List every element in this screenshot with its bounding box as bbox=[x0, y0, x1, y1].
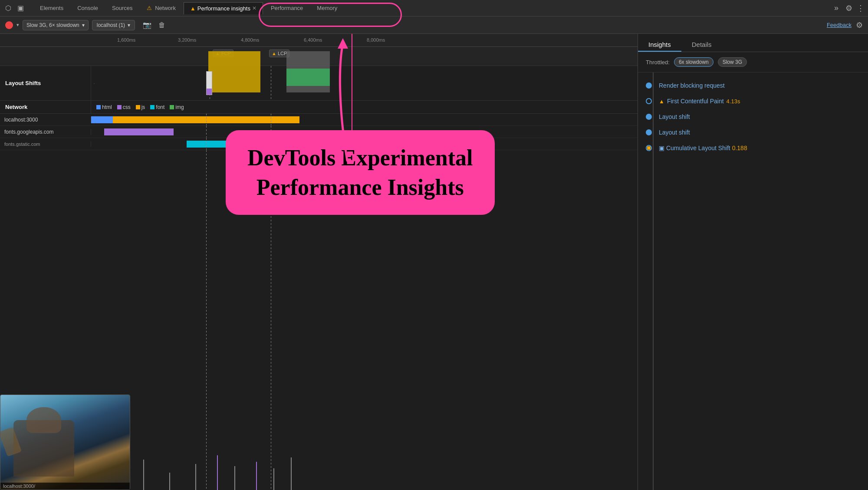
vbar-4 bbox=[217, 455, 218, 490]
tab-details[interactable]: Details bbox=[681, 37, 722, 52]
ls-dashed-vline2 bbox=[271, 66, 271, 100]
tab-sources[interactable]: Sources bbox=[106, 2, 139, 14]
screenshot-image bbox=[0, 395, 130, 490]
throttle-value: Slow 3G, 6× slowdown bbox=[26, 22, 79, 28]
network-legend: html css js font img bbox=[91, 101, 184, 113]
net-content-0 bbox=[91, 114, 638, 125]
vbar-6 bbox=[256, 462, 257, 490]
insight-dot-1 bbox=[646, 98, 652, 104]
tab-memory[interactable]: Memory bbox=[311, 2, 343, 14]
right-panel: Insights Details Throttled: 6x slowdown … bbox=[638, 34, 868, 490]
insight-layout-shift-1: Layout shift bbox=[638, 109, 868, 125]
font-color-dot bbox=[150, 105, 155, 109]
insight-link-render-blocking[interactable]: Render blocking request bbox=[659, 82, 725, 89]
vbar-2 bbox=[169, 473, 170, 490]
ruler-marks: 1,600ms 3,200ms 4,800ms 6,400ms 8,000ms bbox=[91, 34, 638, 46]
network-row-0: localhost:3000 bbox=[0, 114, 638, 126]
net-content-2 bbox=[91, 138, 638, 150]
net-dashed-0a bbox=[206, 114, 207, 125]
toolbar-action-icons: 📷 🗑 bbox=[141, 20, 167, 30]
more-tabs-button[interactable]: » bbox=[832, 3, 841, 13]
tab-insights[interactable]: Insights bbox=[638, 37, 681, 52]
url-dropdown-arrow: ▾ bbox=[128, 22, 130, 28]
insight-link-fcp[interactable]: First Contentful Paint bbox=[667, 98, 724, 105]
layout-shifts-label: Layout Shifts bbox=[0, 66, 91, 100]
fcp-warning: ▲ bbox=[659, 98, 664, 105]
insight-link-cls[interactable]: ▣ Cumulative Layout Shift 0.188 bbox=[659, 145, 747, 151]
tab-performance[interactable]: Performance bbox=[265, 2, 309, 14]
device-icon[interactable]: ▣ bbox=[16, 3, 25, 13]
net-dashed-2b bbox=[271, 138, 271, 150]
green-bar bbox=[286, 69, 330, 86]
throttle-badge-slowdown[interactable]: 6x slowdown bbox=[674, 57, 713, 67]
js-color-dot bbox=[136, 105, 140, 109]
main-area: 1,600ms 3,200ms 4,800ms 6,400ms 8,000ms … bbox=[0, 34, 868, 490]
delete-icon[interactable]: 🗑 bbox=[157, 20, 167, 30]
throttle-info-row: Throttled: 6x slowdown Slow 3G bbox=[638, 52, 868, 72]
img-color-dot bbox=[170, 105, 174, 109]
screenshot-url: localhost:3000/ bbox=[0, 483, 130, 490]
url-select[interactable]: localhost (1) ▾ bbox=[92, 20, 135, 30]
network-header-row: Network html css js font bbox=[0, 101, 638, 114]
insight-layout-shift-2: Layout shift bbox=[638, 125, 868, 140]
html-color-dot bbox=[96, 105, 101, 109]
net-content-1 bbox=[91, 126, 638, 138]
record-dropdown[interactable]: ▾ bbox=[16, 22, 19, 28]
throttle-dropdown-arrow: ▾ bbox=[82, 22, 85, 28]
legend-img: img bbox=[170, 104, 184, 110]
ruler-1600: 1,600ms bbox=[117, 37, 135, 43]
vbar-5 bbox=[234, 466, 235, 490]
net-bar-html-0 bbox=[91, 116, 113, 123]
cursor-icon[interactable]: ⬡ bbox=[3, 3, 13, 13]
vbar-7 bbox=[273, 468, 274, 490]
pi-tab-label: Performance insights bbox=[197, 5, 250, 12]
tab-performance-insights[interactable]: ▲ Performance insights ✕ bbox=[184, 2, 263, 14]
insight-link-ls1[interactable]: Layout shift bbox=[659, 113, 690, 120]
pi-close-icon[interactable]: ✕ bbox=[252, 5, 256, 11]
legend-css: css bbox=[117, 104, 131, 110]
bottom-area: localhost:3000/ bbox=[0, 150, 638, 490]
network-row-1: fonts.googleapis.com bbox=[0, 126, 638, 138]
net-dashed-1b bbox=[271, 126, 271, 138]
capture-icon[interactable]: 📷 bbox=[141, 20, 153, 30]
ruler-6400: 6,400ms bbox=[304, 37, 322, 43]
lcp-label: LCP bbox=[278, 51, 287, 56]
ruler-3200: 3,200ms bbox=[178, 37, 196, 43]
insights-tabs: Insights Details bbox=[638, 34, 868, 52]
fcp-value: 4.13s bbox=[727, 98, 740, 105]
feedback-link[interactable]: Feedback bbox=[827, 22, 852, 28]
ruler-8000: 8,000ms bbox=[367, 37, 385, 43]
net-bar-font-2 bbox=[187, 141, 256, 148]
insight-link-ls2[interactable]: Layout shift bbox=[659, 129, 690, 136]
vbar-8 bbox=[291, 457, 292, 490]
screenshot-preview: localhost:3000/ bbox=[0, 395, 130, 490]
tab-bar: ⬡ ▣ Elements Console Sources ⚠ Network ▲… bbox=[0, 0, 868, 16]
tab-network[interactable]: ⚠ Network bbox=[141, 2, 182, 14]
net-dashed-2a bbox=[206, 138, 207, 150]
net-url-1: fonts.googleapis.com bbox=[0, 129, 91, 135]
toolbar-right: Feedback ⚙ bbox=[827, 20, 863, 30]
milestone-bar: ▲ FCP ▲ LCP bbox=[0, 47, 638, 66]
insight-fcp: ▲ First Contentful Paint 4.13s bbox=[638, 93, 868, 109]
throttle-badge-slow3g[interactable]: Slow 3G bbox=[718, 57, 747, 67]
net-url-0: localhost:3000 bbox=[0, 117, 91, 123]
net-dashed-0b bbox=[271, 114, 271, 125]
cls-value: 0.188 bbox=[732, 145, 747, 151]
net-url-2: fonts.gstatic.com bbox=[0, 141, 91, 147]
detail-dashed-b bbox=[271, 150, 271, 490]
pi-warning-icon: ▲ bbox=[190, 5, 196, 12]
network-label: Network bbox=[0, 101, 91, 113]
insight-dot-4 bbox=[646, 145, 652, 151]
toolbar: ▾ Slow 3G, 6× slowdown ▾ localhost (1) ▾… bbox=[0, 16, 868, 34]
ls-bar-1 bbox=[206, 71, 212, 95]
more-options-icon[interactable]: ⋮ bbox=[857, 3, 865, 13]
legend-js: js bbox=[136, 104, 145, 110]
settings-icon[interactable]: ⚙ bbox=[845, 3, 852, 13]
throttle-select[interactable]: Slow 3G, 6× slowdown ▾ bbox=[23, 20, 89, 30]
tab-elements[interactable]: Elements bbox=[34, 2, 69, 14]
ls-purple-1 bbox=[207, 89, 212, 95]
toolbar-settings-icon[interactable]: ⚙ bbox=[856, 20, 863, 30]
tab-console[interactable]: Console bbox=[71, 2, 104, 14]
insight-dot-3 bbox=[646, 129, 652, 135]
record-button[interactable] bbox=[5, 21, 13, 29]
